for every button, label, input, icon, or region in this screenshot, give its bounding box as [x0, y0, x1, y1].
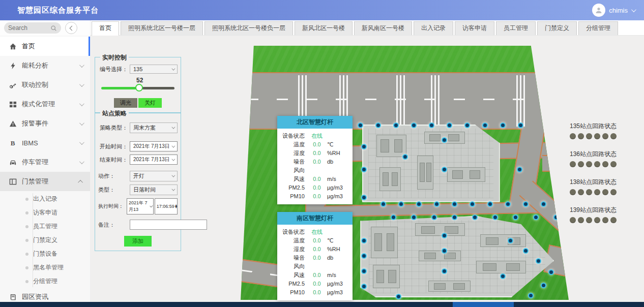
slider-thumb[interactable] [135, 84, 143, 91]
action-select[interactable]: 开灯 [130, 171, 178, 181]
tab-3[interactable]: 新风北区一号楼 [295, 21, 353, 35]
circuit-dot[interactable] [610, 189, 617, 195]
sidebar-item-alarms[interactable]: 报警事件 [0, 114, 90, 133]
lamp-marker[interactable] [412, 216, 416, 219]
sidebar-item-modes[interactable]: 模式化管理 [0, 95, 90, 114]
tab-7[interactable]: 员工管理 [496, 21, 536, 35]
tab-9[interactable]: 分组管理 [578, 21, 618, 35]
circuit-dot[interactable] [586, 133, 592, 139]
lamp-marker[interactable] [417, 202, 421, 206]
lamp-marker[interactable] [392, 216, 395, 219]
sidebar-subitem-5[interactable]: 黑名单管理 [0, 261, 90, 274]
bottom-bar-segment [453, 302, 514, 307]
lamp-marker[interactable] [394, 124, 398, 127]
circuit-dot[interactable] [586, 161, 592, 167]
sidebar-subitem-label: 分组管理 [33, 277, 57, 286]
sidebar-item-ibms[interactable]: B IBMS [0, 133, 90, 152]
sidebar-subitem-6[interactable]: 分组管理 [0, 274, 90, 288]
tab-6[interactable]: 访客申请 [455, 21, 494, 35]
lamp-marker[interactable] [514, 216, 517, 219]
exec-time-spinner[interactable]: 17:06:59 ▲▼ [155, 198, 178, 214]
sidebar-subitem-1[interactable]: 访客申请 [0, 206, 90, 220]
strategy-type-select[interactable]: 周末方案 [130, 122, 178, 133]
sidebar-subitem-4[interactable]: 门禁设备 [0, 247, 90, 261]
popup-row: PM2.50.0µg/m3 [281, 280, 348, 288]
sidebar-subitem-3[interactable]: 门禁定义 [0, 233, 90, 247]
lamp-marker[interactable] [435, 202, 438, 206]
lamp-marker[interactable] [493, 216, 497, 219]
lamp-marker[interactable] [509, 239, 512, 242]
light-off-button[interactable]: 关灯 [138, 98, 162, 108]
tab-8[interactable]: 门禁定义 [537, 21, 577, 35]
lamp-marker[interactable] [403, 155, 407, 159]
circuit-dot[interactable] [610, 217, 617, 223]
note-input[interactable] [130, 220, 207, 230]
lamp-marker[interactable] [382, 202, 385, 206]
circuit-dot[interactable] [594, 217, 600, 223]
sidebar-item-park-news[interactable]: 园区资讯 [0, 289, 90, 302]
tab-5[interactable]: 出入记录 [414, 21, 453, 35]
sidebar-collapse-button[interactable] [65, 22, 77, 34]
kind-select[interactable]: 日落时间 [130, 185, 178, 195]
circuit-dot[interactable] [594, 133, 600, 139]
tab-0[interactable]: 首页 [92, 21, 119, 36]
circuit-dot[interactable] [586, 217, 592, 223]
sidebar-item-linkage[interactable]: 联动控制 [0, 75, 90, 95]
circuit-dot[interactable] [602, 161, 608, 167]
popup-row-label: 风向 [281, 262, 308, 271]
lamp-marker[interactable] [534, 216, 538, 219]
lamp-marker[interactable] [465, 124, 469, 127]
lamp-marker[interactable] [376, 124, 380, 127]
sidebar-item-parking[interactable]: 停车管理 [0, 152, 90, 172]
dim-button[interactable]: 调光 [114, 98, 137, 108]
circuit-dot[interactable] [578, 217, 584, 223]
lamp-marker[interactable] [397, 295, 400, 298]
circuit-dot[interactable] [570, 217, 576, 223]
circuit-dot[interactable] [570, 133, 576, 139]
circuit-dot[interactable] [570, 189, 576, 195]
search-input[interactable] [8, 24, 49, 32]
tab-1[interactable]: 照明系统北区一号楼一层 [121, 21, 203, 35]
sidebar-item-access-control[interactable]: 门禁管理 [0, 172, 90, 191]
circuit-dot[interactable] [602, 217, 608, 223]
sidebar-item-energy[interactable]: 能耗分析 [0, 56, 90, 75]
circuit-dot[interactable] [610, 161, 617, 167]
lamp-marker[interactable] [518, 168, 521, 171]
sidebar-subitem-0[interactable]: 出入记录 [0, 192, 90, 206]
sidebar-subitem-2[interactable]: 员工管理 [0, 220, 90, 233]
circuit-dot[interactable] [570, 161, 576, 167]
circuit-dot[interactable] [602, 133, 608, 139]
lamp-marker[interactable] [537, 259, 540, 263]
lamp-marker[interactable] [412, 124, 416, 127]
number-select[interactable]: 135 [130, 65, 178, 74]
lamp-marker[interactable] [519, 124, 522, 127]
lamp-marker[interactable] [529, 294, 533, 297]
spinner-arrows-icon[interactable]: ▲▼ [174, 204, 178, 208]
user-menu[interactable]: chimis [592, 4, 635, 17]
circuit-dot[interactable] [578, 133, 584, 139]
lamp-marker[interactable] [554, 216, 558, 219]
tab-4[interactable]: 新风南区一号楼 [354, 21, 412, 35]
lamp-marker[interactable] [448, 124, 451, 127]
search-box[interactable] [4, 22, 61, 34]
lamp-marker[interactable] [432, 216, 436, 219]
end-date-select[interactable]: 2021年 7月13日 [130, 155, 178, 165]
lamp-marker[interactable] [549, 270, 553, 274]
circuit-dot[interactable] [578, 189, 584, 195]
lamp-marker[interactable] [542, 284, 545, 287]
start-date-select[interactable]: 2021年 7月13日 [130, 141, 178, 151]
circuit-dot[interactable] [594, 189, 600, 195]
circuit-dot[interactable] [594, 161, 600, 167]
circuit-dot[interactable] [602, 189, 608, 195]
lamp-marker[interactable] [473, 216, 477, 219]
rooftop-unit [476, 261, 526, 273]
lamp-marker[interactable] [488, 202, 492, 206]
lamp-marker[interactable] [453, 216, 456, 219]
circuit-dot[interactable] [578, 161, 584, 167]
tab-2[interactable]: 照明系统北区一号楼负一层 [204, 21, 293, 35]
exec-date-select[interactable]: 2021年 7月13 [127, 198, 154, 214]
add-button[interactable]: 添加 [124, 236, 152, 247]
circuit-dot[interactable] [610, 133, 617, 139]
circuit-dot[interactable] [586, 189, 592, 195]
sidebar-item-home[interactable]: 首页 [0, 37, 90, 56]
